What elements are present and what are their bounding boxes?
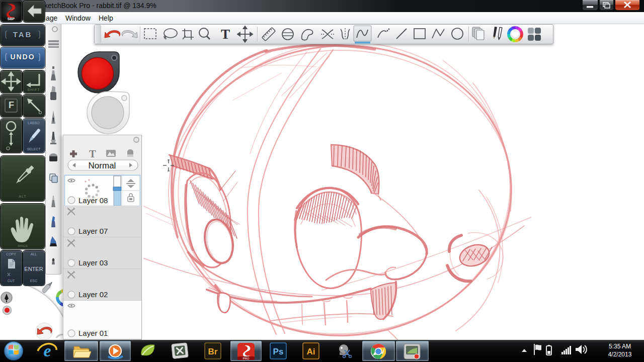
svg-text:COPY: COPY	[6, 252, 16, 256]
svg-text:T: T	[221, 27, 230, 42]
svg-text:ESC: ESC	[30, 279, 37, 283]
svg-text:Layer 08: Layer 08	[78, 196, 108, 205]
svg-text:CUT: CUT	[8, 279, 15, 283]
svg-text:ALT: ALT	[19, 195, 26, 198]
svg-text:ENTER: ENTER	[24, 266, 43, 272]
svg-text:PRO: PRO	[243, 357, 249, 360]
svg-text:SBP: SBP	[8, 17, 15, 21]
svg-text:LASSO: LASSO	[28, 121, 40, 125]
svg-text:SHIFT: SHIFT	[27, 88, 40, 92]
svg-text:SELECT: SELECT	[27, 147, 41, 151]
svg-text:Br: Br	[208, 347, 218, 356]
svg-text:Ps: Ps	[273, 347, 284, 356]
svg-text:ALL: ALL	[31, 252, 37, 256]
svg-text:SPACE: SPACE	[18, 244, 28, 247]
svg-text:Ai: Ai	[307, 347, 315, 356]
